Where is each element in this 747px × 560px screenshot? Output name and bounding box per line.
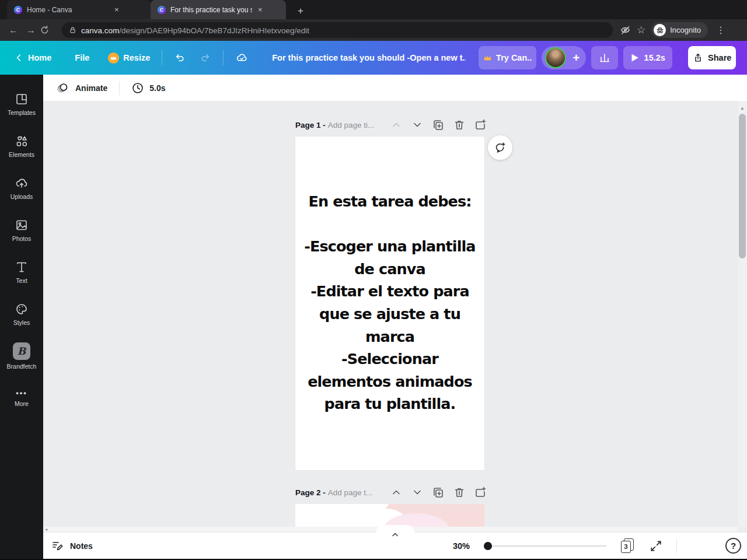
vertical-scrollbar[interactable]: ▲ xyxy=(738,101,747,527)
save-status-button[interactable] xyxy=(228,46,256,70)
design-canvas-area[interactable]: Page 1 - Add page ti... En esta tarea de… xyxy=(43,101,747,527)
page1-title-placeholder[interactable]: Add page ti... xyxy=(328,121,375,130)
bar-chart-icon xyxy=(599,52,610,64)
sidebar-item-more[interactable]: ••• More xyxy=(0,377,43,419)
grid-view-button[interactable]: 3 xyxy=(620,538,636,554)
new-tab-button[interactable]: + xyxy=(294,5,307,19)
tab-practice-task[interactable]: C For this practice task you s × xyxy=(151,0,286,19)
duration-label: 5.0s xyxy=(149,83,165,93)
notes-icon xyxy=(51,540,64,552)
sidebar-item-text[interactable]: Text xyxy=(0,251,43,293)
reload-button[interactable] xyxy=(40,25,57,35)
sidebar-item-elements[interactable]: Elements xyxy=(0,125,43,167)
move-page-up-icon[interactable] xyxy=(390,118,403,131)
sidebar-label: Styles xyxy=(13,319,30,326)
page2-header: Page 2 - Add page t... xyxy=(295,484,484,501)
url-bar[interactable]: canva.com/design/DAE9Hp94bOA/7beB7dJIzRH… xyxy=(62,22,613,38)
help-button[interactable]: ? xyxy=(725,538,741,554)
canva-favicon-icon: C xyxy=(14,6,22,14)
share-button[interactable]: Share xyxy=(688,46,736,69)
elements-icon xyxy=(15,134,29,148)
share-icon xyxy=(693,52,703,63)
tab-close-icon[interactable]: × xyxy=(257,5,264,14)
bottom-status-bar: Notes 30% 3 ? xyxy=(43,532,747,559)
add-page-icon[interactable] xyxy=(474,118,487,131)
divider xyxy=(223,50,224,65)
crown-icon xyxy=(483,54,492,61)
zoom-slider[interactable] xyxy=(484,542,606,550)
tab-close-icon[interactable]: × xyxy=(113,5,120,14)
photos-icon xyxy=(15,218,29,232)
sidebar-item-styles[interactable]: Styles xyxy=(0,293,43,335)
notes-button[interactable]: Notes xyxy=(51,540,93,552)
tab-title: For this practice task you s xyxy=(170,6,252,14)
page2-canvas[interactable] xyxy=(295,504,484,527)
redo-icon xyxy=(200,52,211,64)
sidebar-item-photos[interactable]: Photos xyxy=(0,209,43,251)
insights-button[interactable] xyxy=(591,46,618,69)
zoom-slider-thumb[interactable] xyxy=(484,542,492,550)
back-button[interactable]: ← xyxy=(5,25,22,36)
add-comment-button[interactable] xyxy=(488,135,512,160)
move-page-up-icon[interactable] xyxy=(390,486,403,499)
browser-menu-icon[interactable]: ⋮ xyxy=(714,24,728,36)
duration-button[interactable]: 5.0s xyxy=(125,77,171,99)
add-page-icon[interactable] xyxy=(474,486,487,499)
document-title[interactable]: For this practice task you should -Open … xyxy=(272,53,466,62)
reload-icon xyxy=(40,25,50,35)
sidebar-item-brandfetch[interactable]: B Brandfetch xyxy=(0,335,43,377)
undo-icon xyxy=(174,52,186,64)
templates-icon xyxy=(15,92,29,106)
bookmark-star-icon[interactable]: ☆ xyxy=(637,24,645,36)
undo-button[interactable] xyxy=(167,47,193,69)
sidebar-label: Photos xyxy=(12,235,32,242)
collapse-panel-tab[interactable] xyxy=(376,525,414,540)
divider xyxy=(676,539,677,553)
zoom-controls: 30% 3 xyxy=(453,538,677,554)
canva-editor-window: C Home - Canva × C For this practice tas… xyxy=(0,0,747,560)
delete-page-icon[interactable] xyxy=(453,486,466,499)
page1-canvas[interactable]: En esta tarea debes: -Escoger una planti… xyxy=(295,136,484,470)
eye-off-icon[interactable] xyxy=(620,24,631,36)
animate-button[interactable]: Animate xyxy=(50,76,113,100)
lock-icon xyxy=(69,26,76,34)
chevron-left-icon xyxy=(15,54,22,62)
scroll-up-arrow[interactable]: ▲ xyxy=(738,101,747,111)
fullscreen-icon[interactable] xyxy=(650,540,662,552)
redo-button[interactable] xyxy=(193,47,218,69)
scroll-left-arrow[interactable]: ◂ xyxy=(43,527,47,532)
sidebar-item-uploads[interactable]: Uploads xyxy=(0,167,43,209)
zoom-level-label[interactable]: 30% xyxy=(453,541,470,551)
duplicate-page-icon[interactable] xyxy=(432,486,445,499)
page1-label: Page 1 - xyxy=(295,121,326,130)
move-page-down-icon[interactable] xyxy=(411,486,424,499)
zoom-slider-track[interactable] xyxy=(484,545,606,547)
sidebar-item-templates[interactable]: Templates xyxy=(0,83,43,125)
page1-text-block[interactable]: En esta tarea debes: -Escoger una planti… xyxy=(295,190,484,415)
resize-button[interactable]: Resize xyxy=(101,47,157,69)
present-button[interactable]: 15.2s xyxy=(623,46,672,69)
user-avatar[interactable] xyxy=(545,47,566,68)
sidebar-label: Text xyxy=(16,277,27,284)
animate-icon xyxy=(56,81,70,95)
sidebar-label: Elements xyxy=(9,151,34,158)
tab-home-canva[interactable]: C Home - Canva × xyxy=(7,0,151,19)
page2-title-placeholder[interactable]: Add page t... xyxy=(328,488,373,497)
crown-icon xyxy=(108,52,119,64)
notes-label: Notes xyxy=(70,541,93,551)
page1-header: Page 1 - Add page ti... xyxy=(295,117,484,133)
home-button[interactable]: Home xyxy=(8,48,58,68)
vertical-scrollbar-thumb[interactable] xyxy=(739,114,746,258)
sidebar-label: Templates xyxy=(8,109,36,116)
editor-toolbar: Animate 5.0s xyxy=(43,75,747,101)
file-button[interactable]: File xyxy=(68,48,96,68)
divider xyxy=(119,81,120,95)
forward-button[interactable]: → xyxy=(22,25,40,36)
try-canva-pro-button[interactable]: Try Can.. xyxy=(479,46,536,69)
duplicate-page-icon[interactable] xyxy=(432,118,445,131)
help-label: ? xyxy=(731,541,736,551)
move-page-down-icon[interactable] xyxy=(411,118,424,131)
delete-page-icon[interactable] xyxy=(453,118,466,131)
present-timer: 15.2s xyxy=(644,53,665,62)
invite-member-button[interactable]: + xyxy=(570,51,582,65)
